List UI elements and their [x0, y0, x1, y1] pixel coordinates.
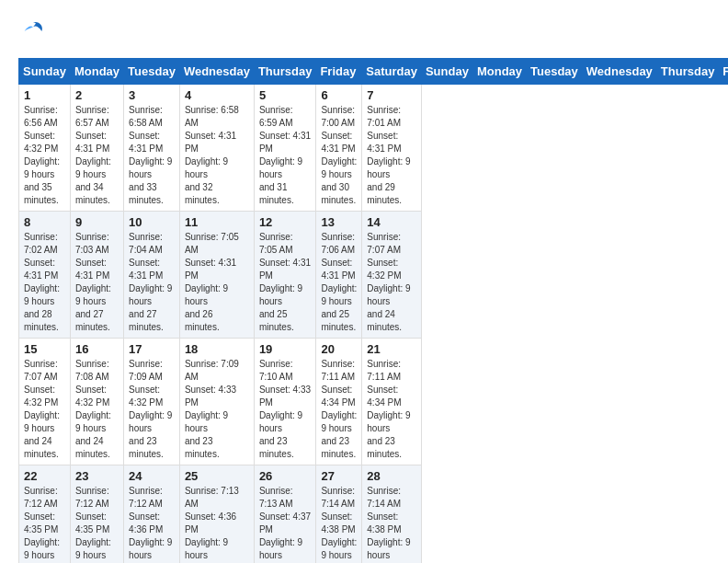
calendar-day-cell: 17Sunrise: 7:09 AM Sunset: 4:32 PM Dayli… [124, 339, 180, 465]
calendar-header-row: SundayMondayTuesdayWednesdayThursdayFrid… [19, 59, 729, 85]
day-number: 4 [185, 88, 249, 102]
logo-bird-icon [20, 18, 46, 44]
calendar-day-cell: 27Sunrise: 7:14 AM Sunset: 4:38 PM Dayli… [316, 465, 362, 564]
day-of-week-wednesday: Wednesday [582, 59, 656, 85]
day-info: Sunrise: 7:03 AM Sunset: 4:31 PM Dayligh… [75, 231, 119, 334]
day-number: 24 [129, 469, 175, 483]
calendar-day-cell: 15Sunrise: 7:07 AM Sunset: 4:32 PM Dayli… [19, 339, 71, 465]
calendar-week-row: 15Sunrise: 7:07 AM Sunset: 4:32 PM Dayli… [19, 339, 729, 465]
calendar-day-cell: 2Sunrise: 6:57 AM Sunset: 4:31 PM Daylig… [70, 85, 123, 212]
day-info: Sunrise: 7:10 AM Sunset: 4:33 PM Dayligh… [259, 358, 312, 461]
calendar-day-cell: 8Sunrise: 7:02 AM Sunset: 4:31 PM Daylig… [19, 212, 71, 339]
day-info: Sunrise: 7:05 AM Sunset: 4:31 PM Dayligh… [259, 231, 312, 334]
day-number: 13 [321, 215, 357, 229]
day-of-week-monday: Monday [472, 59, 526, 85]
day-info: Sunrise: 6:56 AM Sunset: 4:32 PM Dayligh… [24, 104, 65, 207]
calendar-day-cell: 18Sunrise: 7:09 AM Sunset: 4:33 PM Dayli… [179, 339, 254, 465]
day-info: Sunrise: 7:02 AM Sunset: 4:31 PM Dayligh… [24, 231, 65, 334]
day-info: Sunrise: 7:09 AM Sunset: 4:32 PM Dayligh… [129, 358, 175, 461]
day-info: Sunrise: 7:04 AM Sunset: 4:31 PM Dayligh… [129, 231, 175, 334]
day-of-week-header: Saturday [362, 59, 422, 85]
day-number: 19 [259, 342, 312, 356]
day-of-week-sunday: Sunday [421, 59, 472, 85]
calendar-day-cell: 11Sunrise: 7:05 AM Sunset: 4:31 PM Dayli… [179, 212, 254, 339]
day-number: 22 [24, 469, 65, 483]
day-number: 6 [321, 88, 357, 102]
day-info: Sunrise: 6:58 AM Sunset: 4:31 PM Dayligh… [185, 104, 249, 207]
day-of-week-header: Friday [316, 59, 362, 85]
day-number: 14 [367, 215, 416, 229]
calendar-day-cell: 14Sunrise: 7:07 AM Sunset: 4:32 PM Dayli… [362, 212, 422, 339]
day-number: 20 [321, 342, 357, 356]
calendar-day-cell: 20Sunrise: 7:11 AM Sunset: 4:34 PM Dayli… [316, 339, 362, 465]
calendar-day-cell: 22Sunrise: 7:12 AM Sunset: 4:35 PM Dayli… [19, 465, 71, 564]
day-info: Sunrise: 7:11 AM Sunset: 4:34 PM Dayligh… [321, 358, 357, 461]
day-number: 15 [24, 342, 65, 356]
calendar-week-row: 8Sunrise: 7:02 AM Sunset: 4:31 PM Daylig… [19, 212, 729, 339]
day-of-week-header: Sunday [19, 59, 71, 85]
logo-text [18, 18, 46, 49]
calendar-day-cell: 7Sunrise: 7:01 AM Sunset: 4:31 PM Daylig… [362, 85, 422, 212]
day-of-week-header: Wednesday [179, 59, 254, 85]
day-number: 12 [259, 215, 312, 229]
day-info: Sunrise: 7:08 AM Sunset: 4:32 PM Dayligh… [75, 358, 119, 461]
day-info: Sunrise: 7:11 AM Sunset: 4:34 PM Dayligh… [367, 358, 416, 461]
day-number: 21 [367, 342, 416, 356]
day-number: 1 [24, 88, 65, 102]
calendar-day-cell: 1Sunrise: 6:56 AM Sunset: 4:32 PM Daylig… [19, 85, 71, 212]
day-info: Sunrise: 7:05 AM Sunset: 4:31 PM Dayligh… [185, 231, 249, 334]
calendar-day-cell: 28Sunrise: 7:14 AM Sunset: 4:38 PM Dayli… [362, 465, 422, 564]
day-of-week-tuesday: Tuesday [527, 59, 583, 85]
calendar-day-cell: 21Sunrise: 7:11 AM Sunset: 4:34 PM Dayli… [362, 339, 422, 465]
day-of-week-friday: Friday [719, 59, 728, 85]
logo [18, 18, 46, 49]
day-info: Sunrise: 6:57 AM Sunset: 4:31 PM Dayligh… [75, 104, 119, 207]
day-info: Sunrise: 7:12 AM Sunset: 4:35 PM Dayligh… [75, 485, 119, 563]
day-info: Sunrise: 7:13 AM Sunset: 4:36 PM Dayligh… [185, 485, 249, 563]
calendar-week-row: 1Sunrise: 6:56 AM Sunset: 4:32 PM Daylig… [19, 85, 729, 212]
day-info: Sunrise: 7:12 AM Sunset: 4:35 PM Dayligh… [24, 485, 65, 563]
day-number: 2 [75, 88, 119, 102]
day-info: Sunrise: 6:58 AM Sunset: 4:31 PM Dayligh… [129, 104, 175, 207]
calendar-day-cell: 6Sunrise: 7:00 AM Sunset: 4:31 PM Daylig… [316, 85, 362, 212]
day-number: 26 [259, 469, 312, 483]
calendar-day-cell: 16Sunrise: 7:08 AM Sunset: 4:32 PM Dayli… [70, 339, 123, 465]
day-of-week-header: Tuesday [124, 59, 180, 85]
calendar-day-cell: 13Sunrise: 7:06 AM Sunset: 4:31 PM Dayli… [316, 212, 362, 339]
day-info: Sunrise: 7:09 AM Sunset: 4:33 PM Dayligh… [185, 358, 249, 461]
day-number: 23 [75, 469, 119, 483]
calendar-day-cell: 24Sunrise: 7:12 AM Sunset: 4:36 PM Dayli… [124, 465, 180, 564]
calendar-table: SundayMondayTuesdayWednesdayThursdayFrid… [18, 58, 728, 563]
day-number: 3 [129, 88, 175, 102]
calendar-day-cell: 5Sunrise: 6:59 AM Sunset: 4:31 PM Daylig… [254, 85, 316, 212]
calendar-day-cell: 12Sunrise: 7:05 AM Sunset: 4:31 PM Dayli… [254, 212, 316, 339]
day-info: Sunrise: 7:01 AM Sunset: 4:31 PM Dayligh… [367, 104, 416, 207]
day-of-week-header: Thursday [254, 59, 316, 85]
calendar-day-cell: 4Sunrise: 6:58 AM Sunset: 4:31 PM Daylig… [179, 85, 254, 212]
calendar-week-row: 22Sunrise: 7:12 AM Sunset: 4:35 PM Dayli… [19, 465, 729, 564]
day-number: 27 [321, 469, 357, 483]
day-number: 7 [367, 88, 416, 102]
page-header [18, 18, 710, 49]
day-info: Sunrise: 7:06 AM Sunset: 4:31 PM Dayligh… [321, 231, 357, 334]
day-number: 8 [24, 215, 65, 229]
calendar-day-cell: 25Sunrise: 7:13 AM Sunset: 4:36 PM Dayli… [179, 465, 254, 564]
day-of-week-header: Monday [70, 59, 123, 85]
day-number: 28 [367, 469, 416, 483]
calendar-day-cell: 9Sunrise: 7:03 AM Sunset: 4:31 PM Daylig… [70, 212, 123, 339]
calendar-day-cell: 10Sunrise: 7:04 AM Sunset: 4:31 PM Dayli… [124, 212, 180, 339]
day-info: Sunrise: 7:07 AM Sunset: 4:32 PM Dayligh… [24, 358, 65, 461]
day-of-week-thursday: Thursday [656, 59, 719, 85]
calendar-day-cell: 3Sunrise: 6:58 AM Sunset: 4:31 PM Daylig… [124, 85, 180, 212]
day-info: Sunrise: 7:13 AM Sunset: 4:37 PM Dayligh… [259, 485, 312, 563]
calendar-day-cell: 26Sunrise: 7:13 AM Sunset: 4:37 PM Dayli… [254, 465, 316, 564]
day-number: 10 [129, 215, 175, 229]
day-info: Sunrise: 6:59 AM Sunset: 4:31 PM Dayligh… [259, 104, 312, 207]
day-number: 11 [185, 215, 249, 229]
day-number: 17 [129, 342, 175, 356]
day-number: 16 [75, 342, 119, 356]
day-info: Sunrise: 7:14 AM Sunset: 4:38 PM Dayligh… [367, 485, 416, 563]
calendar-day-cell: 23Sunrise: 7:12 AM Sunset: 4:35 PM Dayli… [70, 465, 123, 564]
day-info: Sunrise: 7:00 AM Sunset: 4:31 PM Dayligh… [321, 104, 357, 207]
day-number: 9 [75, 215, 119, 229]
